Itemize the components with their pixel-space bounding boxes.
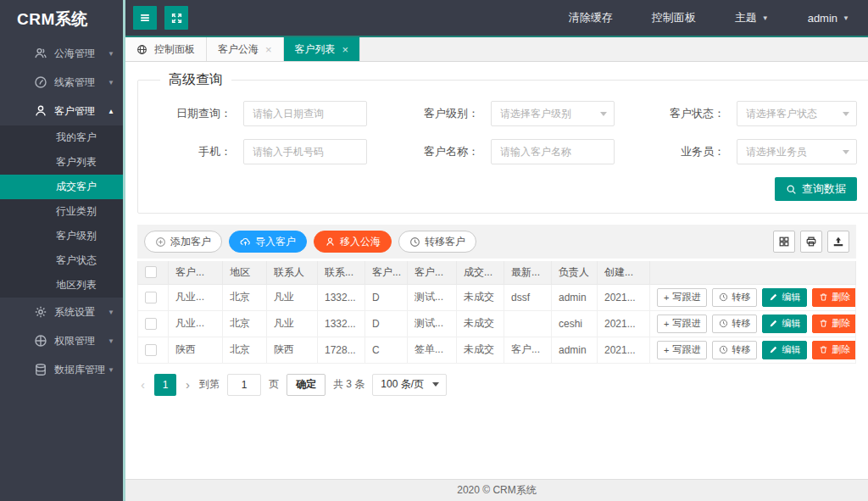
cell-latest: dssf (504, 284, 552, 310)
sidebar-item-customers[interactable]: 客户管理 ▲ (0, 97, 123, 125)
advanced-search-title: 高级查询 (160, 71, 231, 89)
tab-dashboard[interactable]: 控制面板 (125, 37, 207, 61)
table-row: 陕西 北京 陕西 1728... C 签单... 未成交 客户... admin… (138, 337, 856, 363)
page-footer: 2020 © CRM系统 (125, 479, 868, 501)
pencil-icon (769, 345, 778, 354)
pencil-icon (769, 292, 778, 302)
confirm-page-button[interactable]: 确定 (287, 374, 326, 396)
add-customer-button[interactable]: 添加客户 (144, 231, 222, 253)
select-all-checkbox[interactable] (145, 266, 157, 278)
delete-button[interactable]: 删除 (812, 288, 855, 307)
import-customer-button[interactable]: 导入客户 (229, 231, 307, 253)
row-checkbox[interactable] (145, 344, 157, 356)
follow-up-button[interactable]: +写跟进 (657, 315, 707, 333)
sidebar-subitem-region-list[interactable]: 地区列表 (0, 273, 123, 298)
phone-input[interactable] (243, 139, 367, 164)
column-toggle-button[interactable] (773, 231, 795, 253)
sidebar-item-label: 系统设置 (54, 305, 95, 320)
clear-cache-link[interactable]: 清除缓存 (569, 10, 613, 25)
prev-page-icon[interactable]: ‹ (139, 377, 147, 392)
fullscreen-button[interactable] (164, 6, 188, 30)
sidebar-subitem-my-customers[interactable]: 我的客户 (0, 125, 123, 150)
delete-button[interactable]: 删除 (812, 315, 855, 333)
salesman-label: 业务员： (626, 144, 725, 159)
sidebar-subitem-customer-level[interactable]: 客户级别 (0, 224, 123, 248)
next-page-icon[interactable]: › (184, 377, 192, 392)
page-size-value: 100 条/页 (381, 377, 424, 392)
collapse-sidebar-button[interactable] (133, 6, 157, 30)
delete-button[interactable]: 删除 (812, 341, 855, 359)
row-checkbox[interactable] (145, 318, 157, 330)
sidebar-item-system-settings[interactable]: 系统设置 ▼ (0, 298, 123, 326)
chevron-down-icon: ▼ (108, 79, 114, 86)
tab-customer-pool[interactable]: 客户公海 × (207, 37, 284, 61)
button-label: 编辑 (782, 317, 800, 330)
table-toolbar: 添加客户 导入客户 移入公海 (137, 225, 856, 259)
cell-phone: 1332... (318, 284, 365, 310)
chevron-down-icon (600, 112, 607, 116)
print-button[interactable] (800, 231, 822, 253)
query-data-button[interactable]: 查询数据 (775, 177, 857, 201)
row-checkbox[interactable] (145, 292, 157, 303)
users-icon (34, 47, 47, 60)
salesman-select[interactable]: 请选择业务员 (737, 139, 857, 164)
customer-level-label: 客户级别： (379, 106, 479, 121)
edit-button[interactable]: 编辑 (762, 288, 807, 307)
grid-icon (778, 236, 790, 248)
plus-icon: + (664, 319, 669, 329)
button-label: 转移 (732, 343, 750, 356)
export-button[interactable] (827, 231, 849, 253)
edit-button[interactable]: 编辑 (762, 341, 807, 359)
plus-icon: + (664, 345, 669, 355)
sidebar-item-permissions[interactable]: 权限管理 ▼ (0, 326, 123, 355)
export-icon (832, 236, 844, 248)
sidebar-subitem-customer-status[interactable]: 客户状态 (0, 248, 123, 273)
page-size-select[interactable]: 100 条/页 (372, 374, 447, 396)
customer-status-select[interactable]: 请选择客户状态 (737, 101, 857, 126)
cell-level: D (365, 284, 408, 310)
close-icon[interactable]: × (342, 44, 349, 55)
sidebar-item-leads[interactable]: 线索管理 ▼ (0, 68, 123, 97)
button-label: 添加客户 (170, 235, 211, 249)
customer-level-select[interactable]: 请选择客户级别 (491, 101, 615, 126)
col-customer: 客户... (169, 261, 223, 284)
user-menu[interactable]: admin ▼ (808, 12, 849, 25)
user-icon (34, 104, 47, 118)
col-status: 客户... (408, 261, 457, 284)
cell-customer: 凡业... (169, 310, 223, 337)
tab-bar: 控制面板 客户公海 × 客户列表 × (125, 36, 868, 62)
close-icon[interactable]: × (265, 44, 272, 55)
col-latest: 最新... (504, 261, 552, 284)
sidebar-item-label: 客户管理 (54, 104, 95, 119)
tab-customer-list[interactable]: 客户列表 × (284, 37, 361, 61)
transfer-customer-button[interactable]: 转移客户 (398, 231, 476, 253)
table-row: 凡业... 北京 凡业 1332... D 测试... 未成交 ceshi 20… (138, 310, 856, 337)
page-number-button[interactable]: 1 (154, 374, 176, 396)
customer-name-input[interactable] (491, 139, 615, 164)
sidebar-item-public-pool[interactable]: 公海管理 ▼ (0, 39, 123, 68)
sidebar-subitem-customer-list[interactable]: 客户列表 (0, 150, 123, 175)
sidebar-item-database[interactable]: 数据库管理 ▼ (0, 355, 123, 384)
sidebar-subitem-industry-category[interactable]: 行业类别 (0, 199, 123, 224)
col-deal: 成交... (457, 261, 504, 284)
transfer-button[interactable]: 转移 (712, 315, 757, 333)
follow-up-button[interactable]: +写跟进 (657, 288, 707, 307)
date-query-input[interactable] (243, 101, 367, 126)
cell-status: 签单... (408, 337, 457, 363)
follow-up-button[interactable]: +写跟进 (657, 341, 707, 359)
col-phone: 联系... (318, 261, 365, 284)
button-label: 编辑 (782, 291, 800, 303)
chevron-down-icon (843, 150, 849, 154)
col-created: 创建... (598, 261, 650, 284)
theme-menu[interactable]: 主题 ▼ (735, 10, 769, 25)
dashboard-link[interactable]: 控制面板 (652, 10, 696, 25)
transfer-button[interactable]: 转移 (712, 288, 757, 307)
table-row: 凡业... 北京 凡业 1332... D 测试... 未成交 dssf adm… (138, 284, 856, 310)
transfer-button[interactable]: 转移 (712, 341, 757, 359)
edit-button[interactable]: 编辑 (762, 315, 807, 333)
move-to-pool-button[interactable]: 移入公海 (314, 231, 392, 253)
search-form: 日期查询： 客户级别： 请选择客户级别 客户状态： 请选择客户状态 手机： 客户… (153, 101, 857, 164)
sidebar-subitem-closed-customers[interactable]: 成交客户 (0, 175, 123, 199)
goto-page-input[interactable] (227, 374, 261, 396)
cell-deal: 未成交 (457, 310, 504, 337)
